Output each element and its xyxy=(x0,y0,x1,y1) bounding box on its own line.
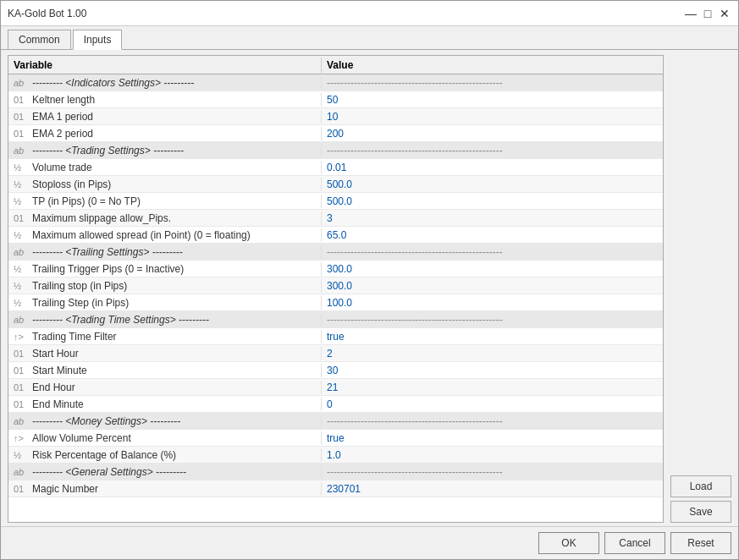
row-prefix: ½ xyxy=(14,196,29,206)
row-value[interactable]: 300.0 xyxy=(322,262,663,276)
row-variable: 01EMA 2 period xyxy=(8,127,322,140)
row-value[interactable]: 100.0 xyxy=(322,296,663,310)
table-row[interactable]: ab--------- <Trailing Settings> --------… xyxy=(8,244,663,261)
row-text: Trailing stop (in Pips) xyxy=(32,280,127,292)
side-buttons: Load Save xyxy=(670,55,731,523)
load-button[interactable]: Load xyxy=(670,475,731,497)
table-row[interactable]: ↑>Allow Volume Percenttrue xyxy=(8,430,663,447)
row-text: Trading Time Filter xyxy=(32,331,117,343)
row-value[interactable]: ----------------------------------------… xyxy=(322,245,663,259)
row-value[interactable]: ----------------------------------------… xyxy=(322,313,663,327)
table-row[interactable]: ½Trailing Step (in Pips)100.0 xyxy=(8,294,663,311)
row-value[interactable]: ----------------------------------------… xyxy=(322,465,663,479)
row-text: TP (in Pips) (0 = No TP) xyxy=(32,195,141,207)
row-prefix: ½ xyxy=(14,298,29,308)
row-value[interactable]: 500.0 xyxy=(322,178,663,191)
table-row[interactable]: 01Magic Number230701 xyxy=(8,480,663,497)
table-row[interactable]: ab--------- <General Settings> ---------… xyxy=(8,464,663,480)
row-text: EMA 2 period xyxy=(32,128,93,140)
table-row[interactable]: ab--------- <Indicators Settings> ------… xyxy=(8,74,663,91)
tab-inputs[interactable]: Inputs xyxy=(73,30,123,50)
row-text: Keltner length xyxy=(32,94,95,106)
row-variable: 01End Hour xyxy=(8,381,322,394)
row-value[interactable]: 500.0 xyxy=(322,195,663,208)
table-row[interactable]: ½Stoploss (in Pips)500.0 xyxy=(8,176,663,193)
row-value[interactable]: ----------------------------------------… xyxy=(322,76,663,90)
table-row[interactable]: 01End Hour21 xyxy=(8,379,663,396)
row-value[interactable]: 1.0 xyxy=(322,448,663,462)
row-prefix: ab xyxy=(14,467,29,477)
table-row[interactable]: ab--------- <Trading Settings> ---------… xyxy=(8,142,663,159)
table-row[interactable]: 01Start Minute30 xyxy=(8,362,663,379)
save-button[interactable]: Save xyxy=(670,501,731,523)
table-row[interactable]: ↑>Trading Time Filtertrue xyxy=(8,328,663,345)
row-variable: 01End Minute xyxy=(8,398,322,411)
row-variable: ½Trailing stop (in Pips) xyxy=(8,279,322,293)
row-text: End Minute xyxy=(32,398,84,410)
close-button[interactable]: ✕ xyxy=(718,7,731,20)
row-prefix: ½ xyxy=(14,264,29,274)
table-row[interactable]: ½Maximum allowed spread (in Point) (0 = … xyxy=(8,227,663,244)
table-row[interactable]: ½Volume trade0.01 xyxy=(8,159,663,176)
table-row[interactable]: ½TP (in Pips) (0 = No TP)500.0 xyxy=(8,193,663,210)
maximize-button[interactable]: □ xyxy=(701,7,714,20)
row-value[interactable]: 2 xyxy=(322,347,663,360)
minimize-button[interactable]: — xyxy=(684,7,698,20)
row-text: --------- <Trailing Settings> --------- xyxy=(32,246,183,258)
title-bar: KA-Gold Bot 1.00 — □ ✕ xyxy=(1,1,738,26)
header-value: Value xyxy=(322,58,663,73)
row-variable: ab--------- <Indicators Settings> ------… xyxy=(8,76,322,90)
row-variable: ½Trailing Step (in Pips) xyxy=(8,296,322,310)
row-prefix: ½ xyxy=(14,230,29,240)
table-row[interactable]: ½Risk Percentage of Balance (%)1.0 xyxy=(8,447,663,464)
row-value[interactable]: 30 xyxy=(322,364,663,377)
row-value[interactable]: ----------------------------------------… xyxy=(322,415,663,428)
ok-button[interactable]: OK xyxy=(538,532,599,554)
row-value[interactable]: ----------------------------------------… xyxy=(322,144,663,157)
table-row[interactable]: ½Trailing stop (in Pips)300.0 xyxy=(8,277,663,294)
row-value[interactable]: 300.0 xyxy=(322,279,663,293)
header-variable: Variable xyxy=(8,58,322,73)
table-body: ab--------- <Indicators Settings> ------… xyxy=(8,74,663,522)
row-text: Allow Volume Percent xyxy=(32,432,131,444)
row-variable: ab--------- <General Settings> --------- xyxy=(8,465,322,479)
table-row[interactable]: 01Keltner length50 xyxy=(8,91,663,108)
row-value[interactable]: true xyxy=(322,330,663,343)
row-variable: 01Start Minute xyxy=(8,364,322,377)
row-value[interactable]: 200 xyxy=(322,127,663,140)
reset-button[interactable]: Reset xyxy=(670,532,731,554)
row-prefix: ab xyxy=(14,416,29,426)
table-row[interactable]: 01Start Hour2 xyxy=(8,345,663,362)
row-value[interactable]: true xyxy=(322,431,663,445)
table-row[interactable]: 01End Minute0 xyxy=(8,396,663,413)
row-variable: ½Volume trade xyxy=(8,161,322,174)
row-value[interactable]: 230701 xyxy=(322,482,663,496)
row-variable: 01Magic Number xyxy=(8,482,322,496)
row-prefix: 01 xyxy=(14,95,29,105)
row-text: --------- <Trading Settings> --------- xyxy=(32,145,184,156)
table-header: Variable Value xyxy=(8,56,663,74)
table-row[interactable]: ½Trailing Trigger Pips (0 = Inactive)300… xyxy=(8,261,663,277)
table-row[interactable]: 01EMA 2 period200 xyxy=(8,125,663,142)
table-row[interactable]: ab--------- <Money Settings> -----------… xyxy=(8,413,663,430)
row-prefix: ab xyxy=(14,315,29,325)
table-row[interactable]: ab--------- <Trading Time Settings> ----… xyxy=(8,311,663,328)
tab-bar: Common Inputs xyxy=(1,26,738,50)
row-value[interactable]: 0 xyxy=(322,398,663,411)
row-value[interactable]: 10 xyxy=(322,110,663,124)
row-prefix: ½ xyxy=(14,281,29,291)
row-value[interactable]: 50 xyxy=(322,93,663,107)
tab-common[interactable]: Common xyxy=(8,30,71,49)
row-prefix: 01 xyxy=(14,484,29,494)
row-value[interactable]: 0.01 xyxy=(322,161,663,174)
row-variable: ab--------- <Trading Settings> --------- xyxy=(8,144,322,157)
row-value[interactable]: 21 xyxy=(322,381,663,394)
row-value[interactable]: 65.0 xyxy=(322,228,663,242)
row-prefix: 01 xyxy=(14,382,29,393)
row-text: Start Minute xyxy=(32,365,87,376)
table-row[interactable]: 01Maximum slippage allow_Pips.3 xyxy=(8,210,663,227)
table-row[interactable]: 01EMA 1 period10 xyxy=(8,108,663,125)
row-value[interactable]: 3 xyxy=(322,211,663,225)
bottom-bar: OK Cancel Reset xyxy=(1,526,738,559)
cancel-button[interactable]: Cancel xyxy=(604,532,665,554)
